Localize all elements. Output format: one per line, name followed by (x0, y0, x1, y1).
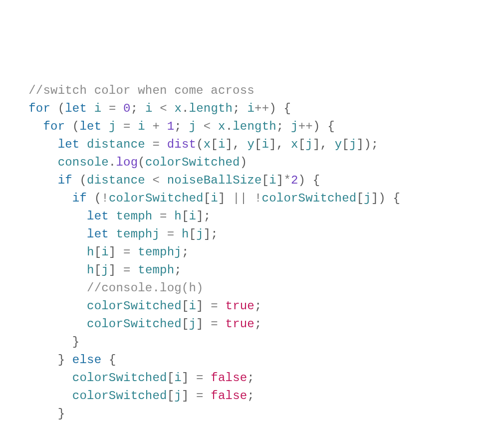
code-token: dist (167, 138, 196, 151)
code-token: h (87, 263, 94, 277)
code-token (196, 120, 204, 133)
code-token: [ (342, 138, 349, 151)
code-token: y (335, 138, 342, 151)
code-token: i (94, 102, 102, 115)
code-token: ) (313, 120, 320, 133)
code-token: j (291, 120, 298, 133)
code-token: temph (116, 210, 152, 223)
code-token: [ (211, 138, 218, 151)
code-token: i (262, 138, 269, 151)
code-token: + (153, 120, 160, 133)
code-token: ] (226, 138, 233, 151)
code-token (101, 120, 109, 133)
code-token: let (65, 102, 87, 115)
code-token: colorSwitched (87, 299, 182, 313)
code-token: else (72, 353, 101, 367)
code-token (283, 120, 291, 133)
code-token: ] (196, 299, 204, 313)
code-token: i (211, 192, 218, 205)
code-token: ] (182, 389, 189, 403)
code-token (320, 120, 328, 133)
code-token: ] (196, 210, 204, 223)
code-token: i (174, 371, 182, 385)
code-token (131, 245, 138, 259)
code-token: 0 (123, 102, 131, 115)
code-token: ] (109, 263, 116, 277)
code-token: let (87, 227, 109, 241)
code-token: { (109, 353, 116, 367)
code-token (204, 299, 211, 313)
code-token: [ (182, 317, 189, 331)
code-token: ] (276, 174, 284, 187)
code-token: length (189, 102, 233, 115)
code-token (226, 192, 233, 205)
code-token: x (291, 138, 298, 151)
code-token: x (204, 138, 211, 151)
code-token: j (189, 120, 197, 133)
code-line: colorSwitched[i] = true; (14, 297, 490, 315)
code-token (145, 174, 153, 187)
code-token (138, 102, 145, 115)
code-token: = (152, 138, 160, 151)
code-token (204, 317, 211, 331)
code-token: ) (378, 192, 386, 205)
code-token (211, 120, 218, 133)
code-token: ( (72, 120, 80, 133)
code-token: length (233, 120, 276, 133)
code-token: i (247, 102, 254, 115)
code-token: j (109, 120, 116, 133)
code-token: i (101, 245, 109, 259)
code-token: || (233, 192, 247, 205)
code-token: ; (276, 120, 284, 133)
code-token: ++ (298, 120, 313, 133)
code-token: let (58, 138, 80, 151)
code-line: colorSwitched[j] = true; (14, 315, 490, 333)
code-token (174, 227, 182, 241)
code-token: y (247, 138, 254, 151)
code-token: h (182, 227, 189, 241)
code-token: = (160, 210, 167, 223)
code-line: let temph = h[i]; (14, 208, 490, 225)
code-token (240, 102, 248, 115)
code-token: h (174, 210, 182, 223)
code-line: h[i] = temphj; (14, 243, 490, 261)
code-token: ) (269, 102, 276, 115)
code-token: = (196, 389, 204, 403)
code-token: ] (218, 192, 226, 205)
code-line: colorSwitched[i] = false; (14, 369, 490, 387)
code-token: j (349, 138, 357, 151)
code-token (276, 102, 284, 115)
code-token: = (123, 120, 131, 133)
code-token: ] (357, 138, 364, 151)
code-token: , (233, 138, 240, 151)
code-token: colorSwitched (145, 156, 240, 169)
code-token (145, 120, 153, 133)
code-line: let distance = dist(x[i], y[i], x[j], y[… (14, 136, 490, 154)
code-block: //switch color when come across for (let… (14, 82, 490, 421)
code-token: ) (240, 156, 248, 169)
code-token (167, 102, 175, 115)
code-token: ( (79, 174, 87, 187)
code-token: ) (298, 174, 306, 187)
code-token: [ (298, 138, 306, 151)
code-line: h[j] = temph; (14, 261, 490, 279)
code-token (116, 263, 123, 277)
code-line: } (14, 333, 490, 351)
code-token (101, 102, 109, 115)
code-token (240, 138, 248, 151)
code-token (79, 138, 87, 151)
code-token: < (160, 102, 167, 115)
code-token (72, 174, 80, 187)
code-token: ; (131, 102, 138, 115)
code-token: . (182, 102, 189, 115)
code-token: temph (138, 263, 174, 277)
code-token: true (226, 299, 254, 313)
code-token: ; (182, 245, 189, 259)
code-token: ; (211, 227, 218, 241)
code-token: i (138, 120, 145, 133)
code-token: colorSwitched (262, 192, 357, 205)
code-token: for (43, 120, 65, 133)
code-line: if (distance < noiseBallSize[i]*2) { (14, 172, 490, 190)
code-token: distance (87, 174, 145, 187)
code-line: colorSwitched[j] = false; (14, 387, 490, 405)
